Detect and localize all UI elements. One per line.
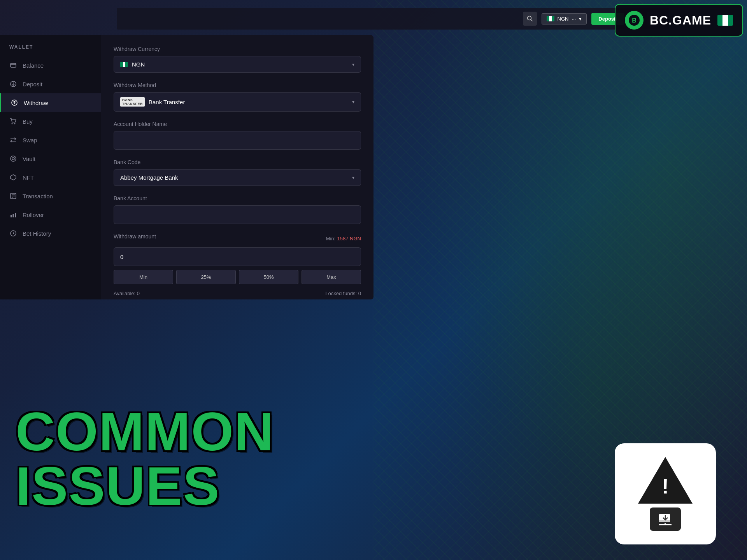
rollover-label: Rollover xyxy=(23,212,44,218)
ngn-flag xyxy=(120,62,128,67)
max-amount-button[interactable]: Max xyxy=(302,270,361,284)
min-amount-button[interactable]: Min xyxy=(114,270,173,284)
sidebar-item-withdraw[interactable]: Withdraw xyxy=(0,93,101,112)
nigeria-flag-header xyxy=(717,15,733,26)
svg-point-17 xyxy=(12,158,14,160)
amount-preset-buttons: Min 25% 50% Max xyxy=(114,270,361,284)
withdraw-amount-label: Withdraw amount xyxy=(114,233,156,240)
bc-logo-icon: B xyxy=(625,11,644,30)
bethistory-icon xyxy=(9,229,17,237)
sidebar-item-transaction[interactable]: Transaction xyxy=(0,187,101,205)
search-button[interactable] xyxy=(523,12,537,26)
overlay-text-block: COMMON ISSUES xyxy=(16,404,274,513)
transaction-icon xyxy=(9,192,17,200)
withdraw-currency-label: Withdraw Currency xyxy=(114,46,361,52)
overlay-issues-text: ISSUES xyxy=(16,459,274,513)
warning-triangle: ! xyxy=(638,457,693,504)
method-dropdown-value: Bank Transfer xyxy=(149,99,185,105)
bank-account-input[interactable] xyxy=(114,205,361,224)
svg-line-3 xyxy=(531,20,532,21)
locked-value: 0 xyxy=(358,290,361,296)
account-holder-label: Account Holder Name xyxy=(114,121,361,127)
nft-label: NFT xyxy=(23,174,34,181)
svg-marker-18 xyxy=(11,175,16,180)
available-label: Available: xyxy=(114,290,135,296)
swap-label: Swap xyxy=(23,137,37,144)
locked-label: Locked funds: xyxy=(325,290,357,296)
sidebar-item-balance[interactable]: Balance xyxy=(0,56,101,75)
currency-dropdown-left: NGN xyxy=(120,61,145,68)
withdraw-method-label: Withdraw Method xyxy=(114,82,361,88)
withdraw-currency-section: Withdraw Currency NGN ▾ xyxy=(114,46,361,73)
method-dropdown-left: BANKTRANSFER Bank Transfer xyxy=(120,97,185,107)
svg-rect-25 xyxy=(15,213,16,217)
wallet-panel: WALLET Balance Deposit xyxy=(0,35,374,299)
overlay-common-text: COMMON xyxy=(16,404,274,459)
withdraw-icon xyxy=(11,99,18,107)
currency-selector[interactable]: NGN ··· ▾ xyxy=(542,13,587,24)
currency-dropdown-value: NGN xyxy=(132,61,145,68)
currency-code-text: NGN xyxy=(558,16,569,22)
min-value: 1587 NGN xyxy=(337,236,361,242)
main-content-area: Withdraw Currency NGN ▾ Withdraw Me xyxy=(101,35,374,299)
sidebar-item-rollover[interactable]: Rollover xyxy=(0,205,101,224)
bank-transfer-logo: BANKTRANSFER xyxy=(120,97,145,107)
svg-point-15 xyxy=(14,123,16,124)
bank-code-section: Bank Code Abbey Mortgage Bank ▾ xyxy=(114,159,361,186)
bank-dropdown-left: Abbey Mortgage Bank xyxy=(120,174,178,181)
locked-funds-text: Locked funds: 0 xyxy=(325,290,361,296)
withdraw-label: Withdraw xyxy=(24,100,48,106)
funds-info-row: Available: 0 Locked funds: 0 xyxy=(114,290,361,296)
available-funds-text: Available: 0 xyxy=(114,290,140,296)
svg-point-14 xyxy=(12,123,13,124)
warning-icon-container: ! xyxy=(615,443,716,544)
balance-icon xyxy=(9,61,17,69)
bank-code-dropdown[interactable]: Abbey Mortgage Bank ▾ xyxy=(114,169,361,186)
nft-icon xyxy=(9,173,17,181)
sidebar-item-swap[interactable]: Swap xyxy=(0,131,101,149)
25-percent-button[interactable]: 25% xyxy=(176,270,236,284)
top-navigation: NGN ··· ▾ Deposit ! xyxy=(117,8,669,30)
withdraw-amount-input[interactable] xyxy=(114,247,361,266)
transaction-label: Transaction xyxy=(23,193,53,200)
bank-dropdown-value: Abbey Mortgage Bank xyxy=(120,174,178,181)
withdraw-amount-section: Withdraw amount Min: 1587 NGN Min 25% 50… xyxy=(114,233,361,296)
sidebar-item-bethistory[interactable]: Bet History xyxy=(0,224,101,243)
chevron-down-method-icon: ▾ xyxy=(352,99,354,105)
min-label: Min: xyxy=(326,236,336,242)
bank-account-label: Bank Account xyxy=(114,195,361,201)
sidebar-item-nft[interactable]: NFT xyxy=(0,168,101,187)
chevron-down-bank-icon: ▾ xyxy=(352,175,354,180)
currency-flag xyxy=(547,16,554,21)
withdraw-currency-dropdown[interactable]: NGN ▾ xyxy=(114,56,361,73)
rollover-icon xyxy=(9,211,17,219)
withdraw-method-section: Withdraw Method BANKTRANSFER Bank Transf… xyxy=(114,82,361,112)
svg-rect-8 xyxy=(11,63,16,67)
buy-icon xyxy=(9,117,17,125)
sidebar-item-vault[interactable]: Vault xyxy=(0,149,101,168)
min-amount-display: Min: 1587 NGN xyxy=(326,235,361,242)
svg-point-16 xyxy=(11,156,16,161)
50-percent-button[interactable]: 50% xyxy=(239,270,298,284)
available-value: 0 xyxy=(137,290,140,296)
sidebar: WALLET Balance Deposit xyxy=(0,35,101,299)
svg-point-2 xyxy=(527,16,531,20)
bcgame-header: B BC.GAME xyxy=(615,4,743,37)
bank-account-section: Bank Account xyxy=(114,195,361,224)
chevron-down-icon: ▾ xyxy=(579,16,582,22)
svg-rect-28 xyxy=(659,520,670,522)
vault-label: Vault xyxy=(23,156,35,162)
svg-rect-24 xyxy=(13,214,14,217)
deposit-label: Deposit xyxy=(23,81,42,88)
deposit-icon xyxy=(9,80,17,88)
download-icon-box xyxy=(650,508,681,531)
currency-dropdown-dots: ··· xyxy=(572,16,576,22)
exclamation-icon: ! xyxy=(662,474,669,498)
withdraw-method-dropdown[interactable]: BANKTRANSFER Bank Transfer ▾ xyxy=(114,92,361,112)
swap-icon xyxy=(9,136,17,144)
svg-rect-23 xyxy=(11,215,12,217)
account-holder-input[interactable] xyxy=(114,131,361,150)
chevron-down-icon: ▾ xyxy=(352,62,354,67)
sidebar-item-deposit[interactable]: Deposit xyxy=(0,75,101,93)
sidebar-item-buy[interactable]: Buy xyxy=(0,112,101,131)
